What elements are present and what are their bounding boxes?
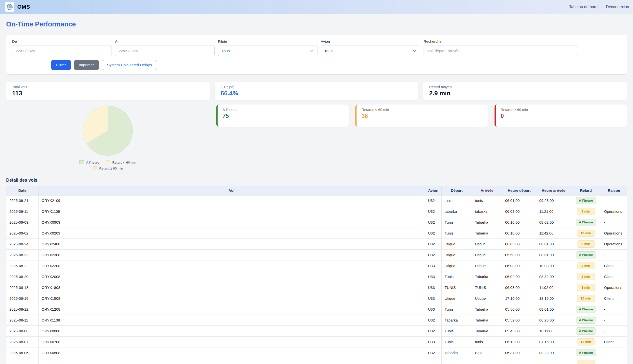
cell-avion: U32 bbox=[425, 239, 442, 250]
cell-arrivee: tunis bbox=[472, 336, 502, 348]
cell-depart: Tunis bbox=[442, 326, 472, 336]
cell-depart: Utique bbox=[442, 260, 472, 271]
nav-link-dashboard[interactable]: Tableau de bord bbox=[569, 5, 598, 9]
cell-depart: TUNIS bbox=[442, 282, 472, 293]
table-row: 2025-09-21 ORYX2109 U32 tunis tunis 06:0… bbox=[7, 195, 627, 206]
cell-arrivee: tunis bbox=[472, 195, 502, 206]
kpi-value: 75 bbox=[223, 113, 344, 119]
cell-arrivee: Tabarka bbox=[472, 271, 502, 282]
charts-row: À l'heure Retard < 60 min Retard ≥ 60 mi… bbox=[6, 104, 627, 170]
cell-heure-arrivee: 11:02:00 bbox=[536, 282, 571, 293]
cell-arrivee: Tabarka bbox=[472, 315, 502, 326]
cell-vol bbox=[39, 358, 425, 364]
retard-badge bbox=[577, 360, 595, 364]
cell-vol: ORYX0909 bbox=[39, 217, 425, 228]
cell-heure-depart: 06:03:00 bbox=[502, 282, 536, 293]
retard-badge: À l'heure bbox=[576, 306, 596, 313]
table-row: 2025-08-05 ORYX0508 U32 Tabarka Beja 05:… bbox=[7, 348, 627, 358]
kpi-card-delays-lt60: Retards < 60 min 38 bbox=[355, 104, 488, 127]
cell-heure-depart: 17:10:00 bbox=[502, 293, 536, 304]
cell-vol: ORYX1508 bbox=[39, 293, 425, 304]
col-header-heure-depart: Heure départ bbox=[502, 186, 536, 195]
cell-heure-depart: 06:09:00 bbox=[502, 206, 536, 217]
cell-date: 2025-08-05 bbox=[7, 348, 39, 358]
cell-avion: U33 bbox=[425, 304, 442, 315]
cell-date: 2025-08-24 bbox=[7, 239, 39, 250]
cell-heure-arrivee: 08:02:00 bbox=[536, 217, 571, 228]
cell-avion: U32 bbox=[425, 315, 442, 326]
system-delays-button[interactable]: System Calculated Delays bbox=[102, 60, 157, 70]
kpi-label: Retards ≥ 60 min bbox=[501, 108, 622, 112]
table-row: 2025-09-09 ORYX0909 U32 Tunis Tabarka 06… bbox=[7, 217, 627, 228]
brand-name: OMS bbox=[17, 4, 30, 10]
kpi-card-delays-ge60: Retards ≥ 60 min 0 bbox=[494, 104, 627, 127]
cell-depart: Tunis bbox=[442, 336, 472, 348]
stat-value: 66.4% bbox=[221, 90, 412, 97]
cell-heure-depart: 06:03:00 bbox=[502, 239, 536, 250]
date-from-input[interactable]: 22/09/2025 bbox=[12, 45, 112, 56]
cell-avion bbox=[425, 358, 442, 364]
cell-retard: À l'heure bbox=[571, 195, 601, 206]
cell-heure-depart: 06:03:00 bbox=[502, 260, 536, 271]
kpi-value: 38 bbox=[361, 113, 483, 119]
cell-arrivee: Tabarka bbox=[472, 228, 502, 239]
filter-button[interactable]: Filtrer bbox=[51, 60, 71, 70]
print-button[interactable]: Imprimer bbox=[74, 60, 99, 70]
aircraft-select[interactable]: Tous bbox=[321, 45, 420, 56]
cell-retard: À l'heure bbox=[571, 304, 601, 315]
cell-date bbox=[7, 358, 39, 364]
cell-raison: Operations bbox=[601, 282, 627, 293]
retard-badge: 13 min bbox=[577, 338, 595, 346]
main-content: On-Time Performance De 22/09/2025 À 22/0… bbox=[0, 20, 633, 364]
cell-heure-depart: 06:13:00 bbox=[502, 336, 536, 348]
cell-vol: ORYX2408 bbox=[39, 239, 425, 250]
cell-retard: 10 min bbox=[571, 228, 601, 239]
legend-swatch bbox=[79, 160, 84, 164]
cell-retard: À l'heure bbox=[571, 250, 601, 260]
cell-raison: - bbox=[601, 304, 627, 315]
col-header-raison: Raison bbox=[601, 186, 627, 195]
date-to-label: À bbox=[115, 39, 215, 44]
cell-raison bbox=[601, 358, 627, 364]
aircraft-label: Avion bbox=[321, 39, 420, 44]
retard-badge: À l'heure bbox=[576, 197, 596, 204]
search-input[interactable] bbox=[424, 45, 577, 56]
cell-heure-depart: 06:10:00 bbox=[502, 217, 536, 228]
date-from-value: 22/09/2025 bbox=[16, 49, 35, 53]
top-navbar: OMS Tableau de bord Déconnexion bbox=[0, 0, 633, 14]
cell-heure-arrivee: 08:22:00 bbox=[536, 348, 571, 358]
cell-date: 2025-08-07 bbox=[7, 336, 39, 348]
stat-card-avg-delay: Retard moyen 2.9 min bbox=[423, 82, 627, 100]
col-header-date: Date bbox=[7, 186, 39, 195]
cell-heure-arrivee: 08:01:00 bbox=[536, 239, 571, 250]
cell-date: 2025-08-12 bbox=[7, 304, 39, 315]
cell-retard: 3 min bbox=[571, 239, 601, 250]
cell-avion: U32 bbox=[425, 195, 442, 206]
pilot-select[interactable]: Tous bbox=[218, 45, 317, 56]
pilot-selected-value: Tous bbox=[222, 49, 230, 53]
cell-raison: - bbox=[601, 250, 627, 260]
table-row: 2025-08-18 ORYX1808 U33 TUNIS TUNIS 06:0… bbox=[7, 282, 627, 293]
cell-depart: Tabarka bbox=[442, 348, 472, 358]
table-row: 2025-08-11 ORYX1108 U32 Tabarka Tabarka … bbox=[7, 315, 627, 326]
search-label: Recherche bbox=[424, 39, 577, 44]
nav-link-logout[interactable]: Déconnexion bbox=[606, 5, 629, 9]
table-row: 2025-09-11 ORYX1109 U32 tabarka tabarka … bbox=[7, 206, 627, 217]
cell-heure-arrivee: 08:32:00 bbox=[536, 271, 571, 282]
cell-avion: U32 bbox=[425, 326, 442, 336]
cell-arrivee: Tabarka bbox=[472, 217, 502, 228]
cell-arrivee: Tabarka bbox=[472, 326, 502, 336]
cell-avion: U33 bbox=[425, 336, 442, 348]
cell-heure-depart: 05:37:00 bbox=[502, 348, 536, 358]
legend-swatch bbox=[93, 166, 98, 170]
flight-detail-title: Détail des vols bbox=[6, 178, 627, 183]
cell-avion: U33 bbox=[425, 282, 442, 293]
cell-date: 2025-08-20 bbox=[7, 271, 39, 282]
cell-arrivee: tabarka bbox=[472, 206, 502, 217]
cell-date: 2025-08-08 bbox=[7, 326, 39, 336]
cell-arrivee: Utique bbox=[472, 239, 502, 250]
cell-retard: À l'heure bbox=[571, 217, 601, 228]
table-header: Date Vol Avion Départ Arrivée Heure dépa… bbox=[7, 186, 627, 195]
date-to-input[interactable]: 22/09/2025 bbox=[115, 45, 215, 56]
cell-heure-depart: 05:58:00 bbox=[502, 250, 536, 260]
